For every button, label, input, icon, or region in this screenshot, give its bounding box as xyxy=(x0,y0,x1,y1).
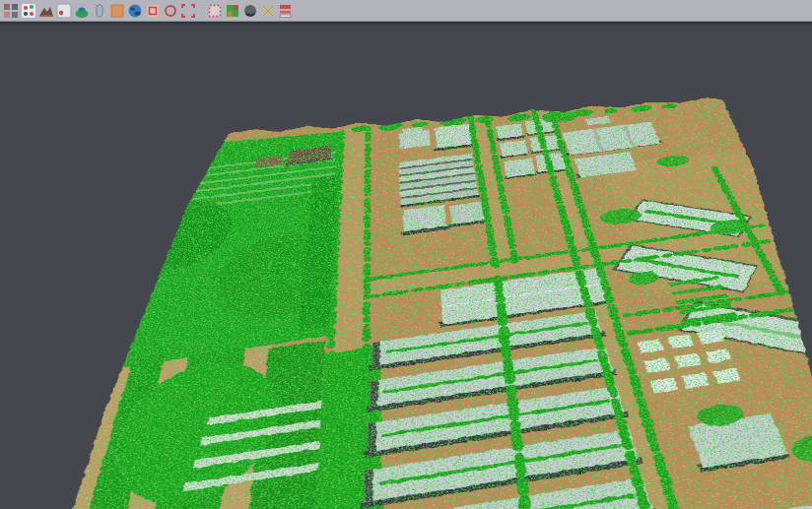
column-view-icon[interactable] xyxy=(92,3,107,19)
rect-select-icon[interactable] xyxy=(180,3,196,19)
measure-cross-icon[interactable] xyxy=(260,3,276,19)
profile-layers-icon[interactable] xyxy=(278,3,294,19)
viewport-top-shadow xyxy=(0,22,812,27)
grid-overlay-icon[interactable] xyxy=(207,3,223,19)
toolbar xyxy=(0,0,812,22)
terrain-model-icon[interactable] xyxy=(38,3,54,19)
image-mosaic-icon[interactable] xyxy=(3,3,19,19)
point-cloud-scene xyxy=(0,89,812,509)
vegetation-layer-icon[interactable] xyxy=(74,3,90,19)
classified-map-icon[interactable] xyxy=(225,3,240,19)
terrain-svg xyxy=(0,89,812,509)
ortho-layer-icon[interactable] xyxy=(109,3,125,19)
circle-select-icon[interactable] xyxy=(163,3,178,19)
viewport-3d[interactable] xyxy=(0,22,812,509)
sparse-points-icon[interactable] xyxy=(56,3,72,19)
sphere-render-icon[interactable] xyxy=(242,3,258,19)
color-points-icon[interactable] xyxy=(21,3,36,19)
globe-view-icon[interactable] xyxy=(127,3,143,19)
application-window xyxy=(0,0,812,509)
clip-frame-icon[interactable] xyxy=(145,3,161,19)
